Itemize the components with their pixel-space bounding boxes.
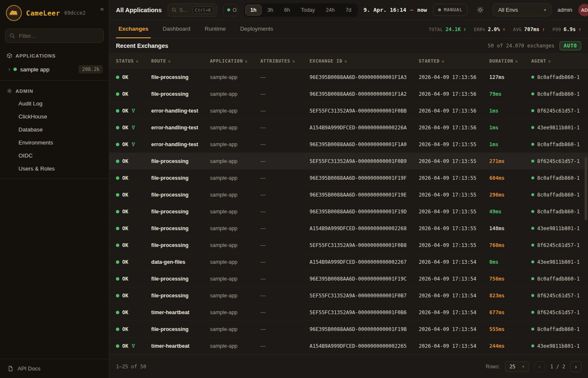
started-cell: 2026-04-09 17:13:54 (419, 276, 489, 282)
table-row[interactable]: OKfile-processingsample-app—96E395B0088A… (109, 186, 588, 203)
attributes-cell: — (260, 125, 310, 131)
agent-status-dot (531, 210, 534, 213)
sidebar-item-sample-app[interactable]: › sample app 208.2k (0, 62, 109, 77)
trend-up-icon: ↑ (502, 26, 505, 32)
top-bar: All Applications S... Ctrl+K O 1h 3h 6h … (109, 0, 588, 20)
column-header-attributes[interactable]: ATTRIBUTES⇅ (260, 58, 310, 63)
column-header-started[interactable]: STARTED⇅ (419, 58, 489, 63)
started-cell: 2026-04-09 17:13:56 (419, 74, 489, 80)
sidebar-divider (0, 178, 109, 179)
attributes-cell: — (260, 142, 310, 147)
column-header-status[interactable]: STATUS⇅ (116, 58, 151, 63)
auto-refresh-badge[interactable]: AUTO (559, 41, 581, 50)
time-range-6h[interactable]: 6h (279, 5, 295, 16)
next-page-button[interactable]: › (570, 361, 581, 372)
rows-per-page-select[interactable]: 25 ▾ (505, 361, 529, 372)
column-header-application[interactable]: APPLICATION⇅ (210, 58, 260, 63)
column-header-duration[interactable]: DURATION⇅ (489, 58, 531, 63)
time-range-24h[interactable]: 24h (321, 5, 340, 16)
table-row[interactable]: OKerror-handling-testsample-app—5EF55FC3… (109, 102, 588, 119)
duration-cell: 1ms (489, 142, 531, 147)
route-cell: timer-heartbeat (151, 343, 210, 349)
environments-dropdown[interactable]: All Envs ▾ (493, 3, 551, 16)
vertical-scrollbar[interactable] (585, 157, 587, 220)
sort-icon: ⇅ (344, 59, 347, 63)
api-docs-link[interactable]: API Docs (0, 359, 109, 378)
duration-cell: 127ms (489, 74, 531, 80)
exchange-id-cell: A154B9A999DFCED-0000000000002268 (310, 226, 419, 231)
table-row[interactable]: OKfile-processingsample-app—5EF55FC31352… (109, 153, 588, 170)
status-ok-dot (116, 227, 119, 230)
time-range-today[interactable]: Today (296, 5, 320, 16)
duration-cell: 1ms (489, 125, 531, 131)
sidebar-item-clickhouse[interactable]: ClickHouse (0, 110, 109, 123)
tab-runtime[interactable]: Runtime (202, 20, 228, 38)
route-cell: error-handling-test (151, 108, 210, 114)
filter-input[interactable] (5, 29, 104, 43)
table-row[interactable]: OKerror-handling-testsample-app—96E395B0… (109, 136, 588, 153)
exchange-id-cell: 96E395B0088AA6D-000000000001F19B (310, 326, 419, 332)
attributes-cell: — (260, 293, 310, 299)
stat-avg-label: AVG (513, 27, 522, 32)
rows-per-page-value: 25 (509, 364, 515, 370)
status-label: OK (122, 293, 128, 299)
route-cell: file-processing (151, 326, 210, 332)
sidebar-item-users-roles[interactable]: Users & Roles (0, 162, 109, 175)
prev-page-button[interactable]: ‹ (534, 361, 545, 372)
table-row[interactable]: OKerror-handling-testsample-app—A154B9A9… (109, 119, 588, 136)
attributes-cell: — (260, 226, 310, 231)
agent-cell: 8f6245c61d57-1 (531, 108, 588, 114)
table-row[interactable]: OKfile-processingsample-app—96E395B0088A… (109, 270, 588, 287)
column-header-exchange-id[interactable]: EXCHANGE ID⇅ (310, 58, 419, 63)
application-cell: sample-app (210, 175, 260, 181)
theme-toggle-button[interactable] (473, 3, 487, 17)
time-range-1h[interactable]: 1h (245, 5, 262, 16)
status-cell: OK (116, 125, 151, 131)
avatar[interactable]: AD (578, 4, 588, 16)
admin-section-label: ADMIN (16, 89, 33, 94)
sidebar-collapse-icon[interactable]: « (100, 5, 104, 12)
table-title: Recent Exchanges (116, 42, 168, 49)
column-header-route[interactable]: ROUTE⇅ (151, 58, 210, 63)
global-search[interactable]: S... Ctrl+K (168, 3, 217, 17)
table-row[interactable]: OKfile-processingsample-app—96E395B0088A… (109, 86, 588, 102)
tab-deployments[interactable]: Deployments (238, 20, 276, 38)
table-row[interactable]: OKfile-processingsample-app—A154B9A999DF… (109, 220, 588, 237)
status-pill-label: O (233, 7, 236, 13)
table-row[interactable]: OKfile-processingsample-app—96E395B0088A… (109, 69, 588, 86)
manual-refresh-button[interactable]: MANUAL (433, 4, 468, 16)
duration-cell: 271ms (489, 158, 531, 164)
table-row[interactable]: OKtimer-heartbeatsample-app—5EF55FC31352… (109, 304, 588, 321)
route-cell: timer-heartbeat (151, 310, 210, 315)
sidebar-item-oidc[interactable]: OIDC (0, 149, 109, 162)
duration-cell: 1ms (489, 108, 531, 114)
sort-icon: ⇅ (168, 59, 171, 63)
date-range-display[interactable]: 9. Apr. 16:14 – now (364, 7, 427, 13)
chevron-right-icon[interactable]: › (8, 66, 10, 72)
agent-cell: 8c0affadb860-1 (531, 91, 588, 97)
exchange-id-cell: 96E395B0088AA6D-000000000001F19F (310, 175, 419, 181)
column-header-agent[interactable]: AGENT⇅ (531, 58, 588, 63)
tab-dashboard[interactable]: Dashboard (160, 20, 193, 38)
agent-status-dot (531, 76, 534, 79)
tab-exchanges[interactable]: Exchanges (116, 20, 151, 38)
table-row[interactable]: OKfile-processingsample-app—5EF55FC31352… (109, 237, 588, 254)
table-row[interactable]: OKfile-processingsample-app—96E395B0088A… (109, 321, 588, 338)
sidebar-item-audit-log[interactable]: Audit Log (0, 97, 109, 110)
route-cell: file-processing (151, 175, 210, 181)
time-range-3h[interactable]: 3h (262, 5, 278, 16)
stat-total-value: 24.1K (446, 26, 461, 32)
table-row[interactable]: OKfile-processingsample-app—5EF55FC31352… (109, 287, 588, 304)
status-cell: OK (116, 91, 151, 97)
sidebar-item-environments[interactable]: Environments (0, 136, 109, 149)
sidebar-item-database[interactable]: Database (0, 123, 109, 136)
table-row[interactable]: OKfile-processingsample-app—96E395B0088A… (109, 170, 588, 186)
row-range-label: 1–25 of 50 (116, 364, 146, 370)
exchange-id-cell: 96E395B0088AA6D-000000000001F19C (310, 276, 419, 282)
table-row[interactable]: OKtimer-heartbeatsample-app—A154B9A999DF… (109, 338, 588, 354)
table-row[interactable]: OKdata-gen-filessample-app—A154B9A999DFC… (109, 254, 588, 270)
application-cell: sample-app (210, 242, 260, 248)
connection-status-pill[interactable]: O (223, 4, 238, 16)
table-row[interactable]: OKfile-processingsample-app—96E395B0088A… (109, 203, 588, 220)
time-range-7d[interactable]: 7d (341, 5, 357, 16)
